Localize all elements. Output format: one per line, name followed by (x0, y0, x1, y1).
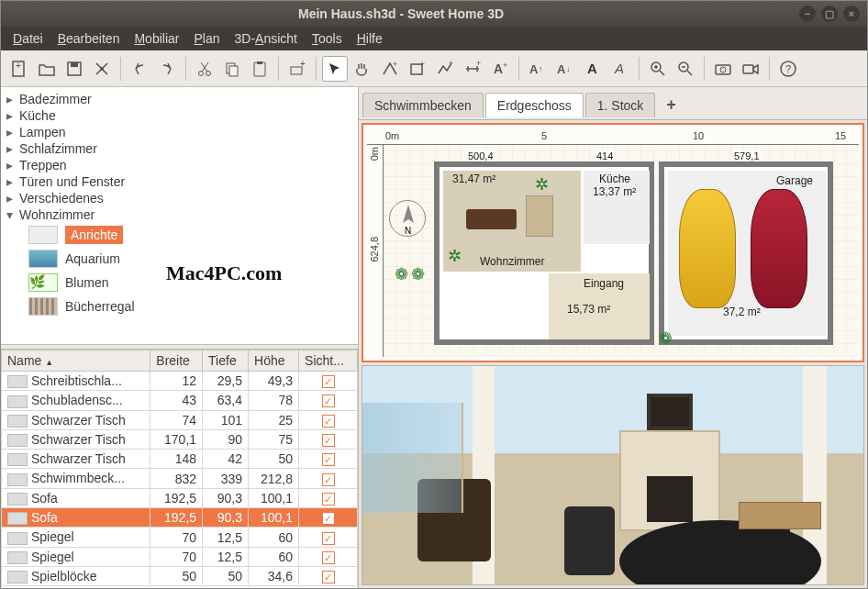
menu-mobiliar[interactable]: Mobiliar (128, 29, 185, 48)
select-tool[interactable] (322, 56, 348, 82)
furniture-thumb-icon (7, 551, 28, 564)
visible-checkbox[interactable]: ✓ (322, 375, 335, 388)
category-lampen[interactable]: ▸Lampen (1, 124, 358, 140)
wall-tool[interactable]: + (377, 56, 403, 82)
catalog-item-buecherregal[interactable]: Bücherregal (1, 294, 358, 318)
furniture-thumb-icon (7, 395, 28, 408)
copy-button[interactable] (219, 56, 245, 82)
preferences-button[interactable] (89, 56, 115, 82)
dimension-tool[interactable]: + (460, 56, 485, 82)
table-row[interactable]: Schreibtischla...1229,549,3✓ (2, 372, 358, 391)
table-row[interactable]: Spiegel7012,560✓ (2, 547, 358, 566)
visible-checkbox[interactable]: ✓ (322, 551, 335, 564)
photo-button[interactable] (710, 56, 736, 82)
room-name: Garage (776, 174, 813, 187)
menu-plan[interactable]: Plan (187, 29, 226, 48)
bold-button[interactable]: A (580, 56, 606, 82)
help-button[interactable]: ? (775, 56, 801, 82)
polyline-tool[interactable]: + (432, 56, 458, 82)
visible-checkbox[interactable]: ✓ (322, 434, 335, 447)
new-button[interactable]: + (6, 56, 32, 82)
svg-text:+: + (420, 60, 425, 69)
increase-text-button[interactable]: A↑ (525, 56, 551, 82)
add-level-button[interactable]: + (657, 91, 685, 119)
visible-checkbox[interactable]: ✓ (322, 395, 335, 407)
furniture-table[interactable]: Name▲ Breite Tiefe Höhe Sicht... Schreib… (1, 350, 358, 588)
level-tabs: Schwimmbecken Erdgeschoss 1. Stock + (359, 87, 867, 120)
italic-button[interactable]: A (607, 56, 633, 82)
table-row[interactable]: Schubladensc...4363,478✓ (2, 391, 358, 410)
toolbar: + + + + + + A+ A↑ A↓ A A ? (1, 50, 867, 87)
pan-tool[interactable] (350, 56, 375, 82)
visible-checkbox[interactable]: ✓ (322, 453, 335, 466)
menu-hilfe[interactable]: Hilfe (351, 29, 389, 48)
furniture-catalog[interactable]: ▸Badezimmer ▸Küche ▸Lampen ▸Schlafzimmer… (1, 87, 358, 344)
visible-checkbox[interactable]: ✓ (322, 473, 335, 486)
category-tueren[interactable]: ▸Türen und Fenster (1, 173, 358, 190)
col-hoehe[interactable]: Höhe (249, 350, 299, 372)
furniture-thumb-icon (28, 226, 58, 244)
open-button[interactable] (34, 56, 60, 82)
plan-canvas[interactable]: 500,4 414 579,1 N 31,47 m² Wohn (384, 145, 859, 357)
visible-checkbox[interactable]: ✓ (322, 415, 335, 428)
visible-checkbox[interactable]: ✓ (322, 512, 335, 525)
col-name[interactable]: Name▲ (2, 350, 150, 372)
cut-button[interactable] (192, 56, 217, 82)
table-row[interactable]: Schwarzer Tisch170,19075✓ (2, 429, 358, 449)
menu-bearbeiten[interactable]: Bearbeiten (51, 29, 127, 48)
visible-checkbox[interactable]: ✓ (322, 571, 335, 583)
paste-button[interactable] (247, 56, 273, 82)
add-furniture-button[interactable]: + (284, 56, 310, 82)
col-tiefe[interactable]: Tiefe (203, 350, 249, 372)
tab-1stock[interactable]: 1. Stock (585, 93, 656, 117)
save-button[interactable] (61, 56, 87, 82)
visible-checkbox[interactable]: ✓ (322, 493, 335, 506)
table-row[interactable]: Spiegel7012,560✓ (2, 528, 358, 547)
plan-view[interactable]: 0m 5 10 15 0m 624,8 624,8 500,4 (362, 123, 864, 362)
zoom-out-button[interactable] (673, 56, 698, 82)
visible-checkbox[interactable]: ✓ (322, 532, 335, 545)
svg-rect-30 (743, 65, 753, 73)
car-icon (751, 189, 807, 308)
table-row[interactable]: Schwarzer Tisch1484250✓ (2, 450, 358, 469)
decrease-text-button[interactable]: A↓ (552, 56, 578, 82)
col-sichtbar[interactable]: Sicht... (299, 350, 358, 372)
svg-point-6 (206, 71, 211, 75)
redo-button[interactable] (154, 56, 180, 82)
table-row[interactable]: Sofa192,590,3100,1✓ (2, 508, 358, 528)
close-button[interactable]: × (843, 6, 860, 22)
minimize-button[interactable]: − (799, 6, 816, 22)
category-wohnzimmer[interactable]: ▾Wohnzimmer (1, 206, 358, 223)
maximize-button[interactable]: ▢ (821, 6, 838, 22)
category-verschiedenes[interactable]: ▸Verschiedenes (1, 190, 358, 206)
category-schlafzimmer[interactable]: ▸Schlafzimmer (1, 140, 358, 157)
category-treppen[interactable]: ▸Treppen (1, 157, 358, 173)
tab-erdgeschoss[interactable]: Erdgeschoss (485, 93, 584, 117)
svg-rect-3 (71, 62, 78, 67)
menu-3d-ansicht[interactable]: 3D-Ansicht (228, 29, 304, 48)
table-row[interactable]: Schwimmbeck...832339212,8✓ (2, 469, 358, 488)
table-row[interactable]: Schwarzer Tisch7410125✓ (2, 410, 358, 429)
col-breite[interactable]: Breite (150, 350, 203, 372)
table-row[interactable]: Sofa192,590,3100,1✓ (2, 488, 358, 507)
svg-point-29 (720, 67, 726, 72)
category-kueche[interactable]: ▸Küche (1, 107, 358, 124)
undo-button[interactable] (127, 56, 152, 82)
category-badezimmer[interactable]: ▸Badezimmer (1, 91, 358, 107)
sofa-icon (466, 209, 517, 229)
table-row[interactable]: Spielblöcke505034,6✓ (2, 566, 358, 585)
menu-tools[interactable]: Tools (306, 29, 349, 48)
menubar: Datei Bearbeiten Mobiliar Plan 3D-Ansich… (1, 27, 867, 50)
room-name: Wohnzimmer (480, 255, 544, 268)
room-tool[interactable]: + (405, 56, 430, 82)
furniture-thumb-icon (7, 532, 28, 545)
video-button[interactable] (738, 56, 763, 82)
3d-view[interactable] (362, 365, 864, 585)
text-tool[interactable]: A+ (487, 56, 513, 82)
menu-datei[interactable]: Datei (6, 29, 50, 48)
zoom-in-button[interactable] (645, 56, 671, 82)
ruler-horizontal: 0m 5 10 15 (367, 128, 859, 145)
furniture-thumb-icon (28, 250, 58, 268)
catalog-item-anrichte[interactable]: Anrichte (1, 223, 358, 247)
tab-schwimmbecken[interactable]: Schwimmbecken (362, 93, 484, 117)
